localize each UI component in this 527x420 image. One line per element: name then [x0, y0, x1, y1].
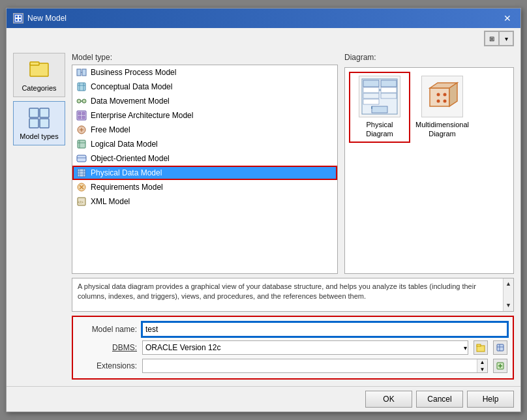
dbms-label: DBMS:	[78, 343, 137, 352]
description-scrollbar: ▲ ▼	[503, 278, 513, 311]
close-button[interactable]: ✕	[501, 14, 514, 23]
ldm-label: Logical Data Model	[91, 140, 158, 149]
form-section: Model name: DBMS: ORACLE Version 12c ▾	[72, 316, 514, 380]
dbms-row: DBMS: ORACLE Version 12c ▾	[78, 340, 507, 355]
fm-label: Free Model	[91, 125, 130, 134]
svg-point-58	[437, 93, 440, 97]
list-item-eam[interactable]: Enterprise Architecture Model	[72, 108, 337, 123]
ok-button[interactable]: OK	[365, 391, 412, 408]
svg-rect-8	[40, 108, 49, 117]
dialog-content: Categories Model types M	[7, 46, 520, 386]
svg-rect-64	[497, 344, 504, 351]
footer: OK Cancel Help	[7, 386, 520, 412]
svg-rect-45	[363, 80, 379, 87]
sidebar-categories[interactable]: Categories	[13, 53, 65, 97]
svg-rect-49	[381, 80, 397, 87]
diagram-item-multi[interactable]: Multidimensional Diagram	[413, 73, 472, 142]
new-model-dialog: New Model ✕ ⊞ ▾ Categories	[6, 8, 521, 412]
diagram-label: Diagram:	[344, 53, 376, 62]
svg-point-61	[444, 100, 447, 103]
svg-rect-55	[430, 88, 449, 106]
dbms-config-btn[interactable]	[493, 340, 507, 355]
extensions-add-btn[interactable]	[493, 359, 507, 373]
cdm-label: Conceptual Data Model	[91, 82, 172, 91]
pdm-label: Physical Data Model	[91, 168, 162, 177]
oom-label: Object-Oriented Model	[91, 154, 170, 163]
svg-point-59	[444, 93, 447, 97]
diagram-item-physical[interactable]: Physical Diagram	[350, 73, 409, 142]
svg-rect-50	[381, 87, 397, 93]
list-item-cdm[interactable]: Conceptual Data Model	[72, 80, 337, 94]
categories-label: Categories	[22, 84, 56, 92]
dmm-icon	[76, 96, 87, 106]
sidebar: Categories Model types	[13, 53, 65, 380]
cdm-icon	[76, 82, 87, 92]
model-types-label: Model types	[20, 132, 58, 140]
model-name-input[interactable]	[142, 322, 507, 337]
svg-rect-10	[40, 119, 49, 128]
list-item-pdm[interactable]: Physical Data Model	[72, 166, 337, 180]
dialog-title: New Model	[27, 14, 67, 23]
dropdown-icon[interactable]: ▾	[499, 31, 513, 46]
oom-icon	[76, 153, 87, 164]
folder-icon	[476, 343, 485, 352]
svg-rect-6	[30, 62, 39, 65]
extensions-arrows: ▲ ▼	[477, 359, 487, 372]
svg-point-18	[77, 99, 81, 103]
svg-rect-2	[19, 16, 21, 18]
svg-rect-63	[477, 344, 481, 346]
diagram-panel: Diagram:	[344, 53, 514, 274]
dbms-select[interactable]: ORACLE Version 12c	[142, 340, 468, 355]
svg-rect-0	[14, 14, 22, 22]
scroll-up[interactable]: ▲	[504, 278, 513, 290]
title-bar: New Model ✕	[7, 8, 520, 28]
extensions-label: Extensions:	[78, 361, 137, 370]
ext-down[interactable]: ▼	[477, 367, 487, 372]
title-bar-left: New Model	[13, 13, 67, 23]
xml-label: XML Model	[91, 197, 130, 206]
sidebar-model-types[interactable]: Model types	[13, 101, 65, 145]
svg-rect-3	[16, 19, 18, 21]
rm-label: Requirements Model	[91, 183, 163, 192]
model-types-icon	[27, 106, 51, 130]
svg-rect-53	[372, 106, 387, 113]
list-item-ldm[interactable]: Logical Data Model	[72, 137, 337, 151]
model-type-list: Business Process Model Conceptual Data M…	[72, 65, 338, 274]
list-item-dmm[interactable]: Data Movement Model	[72, 94, 337, 108]
model-name-label: Model name:	[78, 325, 137, 334]
eam-icon	[76, 110, 87, 121]
svg-point-60	[437, 100, 440, 103]
svg-rect-14	[78, 83, 85, 91]
ldm-icon	[76, 139, 87, 149]
svg-rect-22	[78, 112, 81, 115]
scroll-down[interactable]: ▼	[504, 300, 513, 311]
svg-rect-29	[78, 140, 85, 148]
svg-rect-11	[77, 69, 81, 76]
list-item-rm[interactable]: Requirements Model	[72, 180, 337, 194]
diagram-grid: Physical Diagram	[344, 67, 514, 274]
model-name-row: Model name:	[78, 322, 507, 337]
cancel-button[interactable]: Cancel	[416, 391, 463, 408]
model-type-section: Model type: Business Process Model	[72, 53, 514, 274]
svg-rect-4	[19, 19, 21, 21]
svg-rect-24	[78, 116, 81, 119]
eam-label: Enterprise Architecture Model	[91, 111, 193, 120]
help-button[interactable]: Help	[467, 391, 514, 408]
bpm-label: Business Process Model	[91, 68, 176, 77]
list-item-oom[interactable]: Object-Oriented Model	[72, 151, 337, 166]
physical-diagram-label: Physical Diagram	[353, 120, 406, 139]
list-item-fm[interactable]: Free Model	[72, 123, 337, 137]
dbms-folder-btn[interactable]	[474, 340, 488, 355]
multi-diagram-label: Multidimensional Diagram	[415, 120, 469, 139]
ext-up[interactable]: ▲	[477, 359, 487, 365]
grid-view-icon[interactable]: ⊞	[485, 31, 499, 46]
dialog-icon	[13, 13, 23, 23]
list-item-xml[interactable]: </> XML Model	[72, 194, 337, 209]
svg-rect-32	[77, 155, 86, 162]
config-icon	[496, 343, 505, 352]
svg-point-19	[82, 99, 86, 103]
description-box: A physical data diagram provides a graph…	[72, 278, 514, 312]
svg-rect-47	[363, 93, 379, 98]
list-item-bpm[interactable]: Business Process Model	[72, 65, 337, 80]
svg-rect-7	[29, 108, 38, 117]
